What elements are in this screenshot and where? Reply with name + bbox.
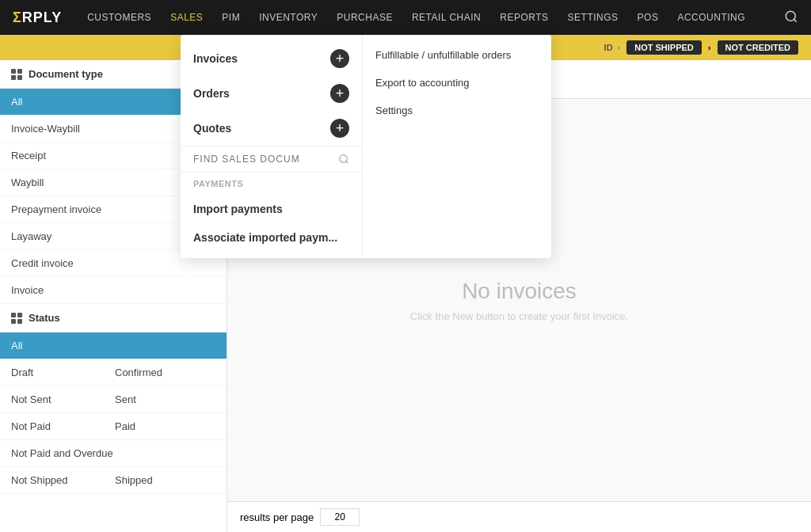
- nav-purchase[interactable]: PURCHASE: [337, 12, 393, 23]
- add-invoice-button[interactable]: +: [330, 49, 349, 68]
- nav-accounting[interactable]: ACCOUNTING: [677, 12, 745, 23]
- svg-point-4: [340, 155, 347, 162]
- svg-line-5: [346, 162, 348, 164]
- associate-label: Associate imported paym...: [193, 231, 337, 244]
- dropdown-search-row[interactable]: [181, 146, 362, 173]
- results-bar: results per page: [227, 501, 811, 532]
- sidebar-status-not-paid-paid[interactable]: Not Paid Paid: [0, 413, 227, 440]
- add-quote-button[interactable]: +: [330, 119, 349, 138]
- logo-text: RPLY: [22, 10, 62, 25]
- payments-section-label: Payments: [181, 173, 362, 195]
- logo[interactable]: ΣRPLY: [13, 10, 62, 26]
- dropdown-export-item[interactable]: Export to accounting: [363, 69, 551, 97]
- import-payments-label: Import payments: [193, 203, 283, 215]
- nav-customers[interactable]: CUSTOMERS: [87, 12, 151, 23]
- sidebar-status-draft-confirmed[interactable]: Draft Confirmed: [0, 359, 227, 386]
- dropdown-invoices-item[interactable]: Invoices +: [181, 41, 362, 76]
- chevron-right-icon: ›: [618, 43, 621, 52]
- nav-reports[interactable]: REPORTS: [500, 12, 548, 23]
- status-not-shipped: Not Shipped: [11, 474, 112, 486]
- logo-symbol: Σ: [13, 10, 22, 25]
- svg-line-1: [794, 19, 796, 21]
- no-invoices-title: No invoices: [462, 279, 577, 304]
- no-invoices-subtitle: Click the New button to create your firs…: [410, 310, 628, 322]
- status-not-paid: Not Paid: [11, 420, 112, 432]
- nav-retail-chain[interactable]: RETAIL CHAIN: [412, 12, 481, 23]
- status-badge-not-shipped[interactable]: NOT SHIPPED: [626, 40, 702, 55]
- nav-settings[interactable]: SETTINGS: [568, 12, 619, 23]
- results-per-page-label: results per page: [240, 511, 314, 523]
- dropdown-quotes-item[interactable]: Quotes +: [181, 111, 362, 146]
- dropdown-orders-item[interactable]: Orders +: [181, 76, 362, 111]
- sidebar-status-not-shipped-shipped[interactable]: Not Shipped Shipped: [0, 467, 227, 494]
- dropdown-settings-item[interactable]: Settings: [363, 97, 551, 124]
- grid-icon: [11, 69, 22, 80]
- status-badge-not-credited[interactable]: NOT CREDITED: [718, 40, 799, 55]
- find-search-icon: [338, 153, 349, 165]
- dropdown-associate-item[interactable]: Associate imported paym...: [181, 223, 362, 252]
- nav-inventory[interactable]: INVENTORY: [259, 12, 318, 23]
- top-nav: ΣRPLY CUSTOMERS SALES PIM INVENTORY PURC…: [0, 0, 811, 35]
- sidebar-status-all[interactable]: All: [0, 332, 227, 359]
- status-badge-id: ID ›: [604, 43, 621, 52]
- status-id-label: ID: [604, 43, 613, 52]
- nav-pim[interactable]: PIM: [222, 12, 240, 23]
- sidebar-status-not-sent-sent[interactable]: Not Sent Sent: [0, 386, 227, 413]
- sidebar-item-invoice[interactable]: Invoice: [0, 277, 227, 304]
- dropdown-left-column: Invoices + Orders + Quotes + Payments Im…: [181, 35, 363, 258]
- nav-pos[interactable]: POS: [638, 12, 659, 23]
- status-draft: Draft: [11, 367, 112, 378]
- status-confirmed: Confirmed: [115, 367, 215, 378]
- status-label: Status: [29, 312, 60, 324]
- search-icon[interactable]: [784, 10, 798, 26]
- status-sent: Sent: [115, 393, 215, 405]
- grid-icon-2: [11, 313, 22, 324]
- orders-label: Orders: [193, 87, 230, 100]
- dropdown-fulfillable-item[interactable]: Fulfillable / unfulfillable orders: [363, 41, 551, 69]
- sidebar-status-not-paid-overdue[interactable]: Not Paid and Overdue: [0, 440, 227, 467]
- nav-sales[interactable]: SALES: [170, 12, 203, 23]
- status-shipped: Shipped: [115, 474, 215, 486]
- quotes-label: Quotes: [193, 122, 231, 135]
- status-header: Status: [0, 304, 227, 332]
- find-sales-doc-input[interactable]: [193, 154, 332, 165]
- invoices-label: Invoices: [193, 52, 238, 65]
- chevron-right-icon-2: ›: [708, 43, 711, 52]
- status-not-sent: Not Sent: [11, 393, 112, 405]
- sales-dropdown-menu: Invoices + Orders + Quotes + Payments Im…: [181, 35, 551, 258]
- status-paid: Paid: [115, 420, 215, 432]
- dropdown-import-payments-item[interactable]: Import payments: [181, 195, 362, 223]
- add-order-button[interactable]: +: [330, 84, 349, 103]
- results-per-page-input[interactable]: [320, 508, 360, 526]
- dropdown-right-column: Fulfillable / unfulfillable orders Expor…: [363, 35, 551, 258]
- svg-point-0: [786, 11, 795, 21]
- document-type-label: Document type: [29, 68, 103, 80]
- status-not-paid-overdue: Not Paid and Overdue: [11, 447, 215, 459]
